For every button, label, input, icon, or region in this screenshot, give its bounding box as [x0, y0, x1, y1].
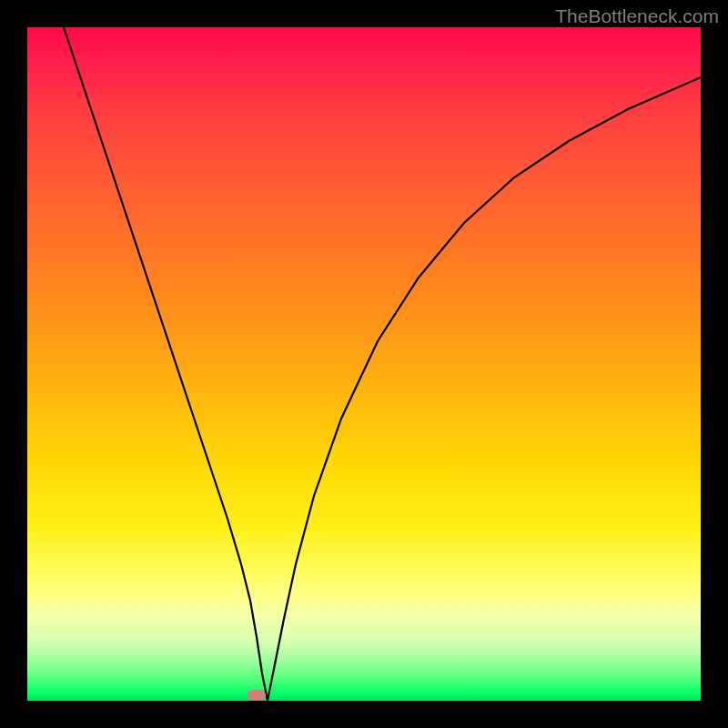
- minimum-marker-icon: [248, 690, 266, 701]
- bottleneck-curve: [27, 27, 701, 701]
- watermark-text: TheBottleneck.com: [555, 5, 719, 27]
- chart-area: [27, 27, 701, 701]
